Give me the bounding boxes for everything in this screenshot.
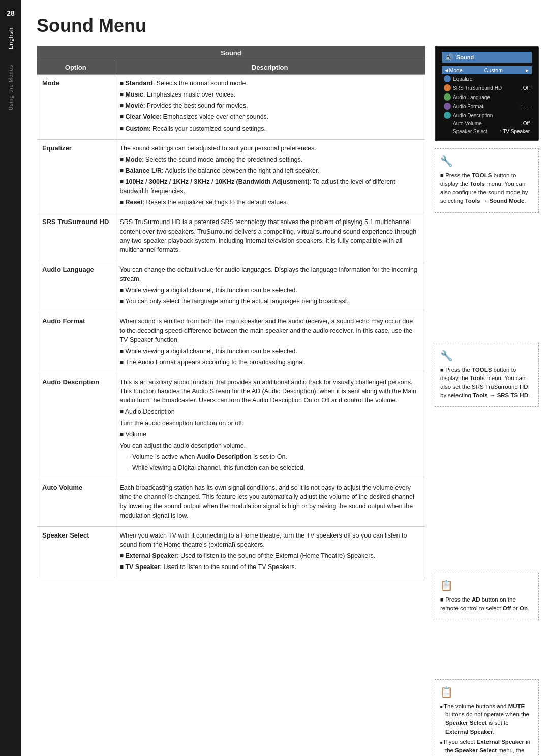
right-column: 🔊 Sound ◄Mode Custom ► EqualizerSRS TruS…	[435, 46, 539, 756]
tv-mode-row: ◄Mode Custom ►	[442, 66, 532, 74]
note-tools-mode: 🔧 ■ Press the TOOLS button to display th…	[435, 148, 539, 213]
option-cell: Audio Language	[37, 261, 114, 312]
sidebar-english-label: English	[8, 27, 14, 49]
tv-menu-row: Equalizer	[442, 74, 532, 83]
desc-text: This is an auxiliary audio function that…	[119, 377, 420, 405]
table-row: Audio DescriptionThis is an auxiliary au…	[37, 373, 425, 479]
desc-text: The sound settings can be adjusted to su…	[119, 144, 420, 153]
desc-text: When you watch TV with it connecting to …	[119, 531, 420, 549]
tv-menu-row: Auto Volume: Off	[442, 120, 532, 128]
tv-dot-icon	[444, 103, 451, 110]
page-title: Sound Menu	[37, 15, 539, 37]
desc-bullet: ■ Clear Voice: Emphasizes voice over oth…	[119, 112, 420, 121]
main-content: Sound Menu Sound Option Description Mode…	[21, 0, 549, 756]
desc-bullet: ■ While viewing a digital channel, this …	[119, 346, 420, 356]
table-row: SRS TruSurround HDSRS TruSurround HD is …	[37, 213, 425, 261]
desc-cell: SRS TruSurround HD is a patented SRS tec…	[114, 213, 425, 261]
sound-table: Sound Option Description Mode■ Standard:…	[37, 46, 425, 578]
content-area: Sound Option Description Mode■ Standard:…	[37, 46, 539, 756]
note-ad-button: 📋 ■ Press the AD button on the remote co…	[435, 573, 539, 620]
tv-menu-value: : TV Speaker	[500, 129, 530, 134]
tv-menu-row: Audio Language	[442, 92, 532, 102]
desc-text: You can change the default value for aud…	[119, 265, 420, 284]
desc-bullet: ■ TV Speaker: Used to listen to the soun…	[119, 562, 420, 572]
tv-menu-label: Speaker Select	[453, 129, 487, 134]
desc-bullet: ■ Reset: Resets the equalizer settings t…	[119, 198, 420, 207]
table-row: Audio FormatWhen sound is emitted from b…	[37, 312, 425, 373]
tv-menu-row: Audio Format: ----	[442, 102, 532, 111]
clipboard-icon-2: 📋	[440, 685, 533, 700]
tv-menu-value: : Off	[520, 121, 530, 127]
tv-menu-label: Audio Language	[453, 94, 490, 100]
desc-dash: – While viewing a Digital channel, this …	[127, 463, 420, 472]
desc-bullet: ■ Movie: Provides the best sound for mov…	[119, 101, 420, 110]
desc-cell: You can change the default value for aud…	[114, 261, 425, 312]
tv-menu-value: : ----	[520, 104, 530, 109]
desc-bullet: ■ Balance L/R: Adjusts the balance betwe…	[119, 166, 420, 175]
table-row: Speaker SelectWhen you watch TV with it …	[37, 526, 425, 578]
tv-menu-label: Audio Format	[453, 104, 483, 109]
desc-text: Each broadcasting station has its own si…	[119, 483, 420, 520]
tv-mode-arrow: ►	[525, 68, 530, 73]
desc-bullet: ■ You can only select the language among…	[119, 297, 420, 306]
desc-bullet: ■ External Speaker: Used to listen to th…	[119, 551, 420, 560]
note2-text: ■ Press the TOOLS button to display the …	[440, 366, 533, 400]
desc-cell: This is an auxiliary audio function that…	[114, 373, 425, 479]
col-option-header: Option	[37, 60, 114, 75]
note-speaker-select: 📋 The volume buttons and MUTE buttons do…	[435, 679, 539, 756]
desc-text: You can adjust the audio description vol…	[119, 441, 420, 450]
desc-bullet: ■ Audio Description	[119, 407, 420, 416]
desc-text: SRS TruSurround HD is a patented SRS tec…	[119, 217, 420, 255]
tv-menu-label: Auto Volume	[453, 121, 482, 127]
desc-text: Turn the audio description function on o…	[119, 419, 420, 428]
tv-menu-label: SRS TruSurround HD	[453, 85, 502, 91]
note1-text: ■ Press the TOOLS button to display the …	[440, 171, 533, 205]
desc-text: When sound is emitted from both the main…	[119, 317, 420, 344]
tv-dot-icon	[444, 93, 451, 101]
note-tools-srs: 🔧 ■ Press the TOOLS button to display th…	[435, 343, 539, 407]
desc-dash: – Volume is active when Audio Descriptio…	[127, 452, 420, 461]
note3-text: ■ Press the AD button on the remote cont…	[440, 595, 533, 612]
tv-header-label: Sound	[456, 54, 474, 60]
note4-list: The volume buttons and MUTE buttons do n…	[440, 702, 533, 756]
tv-mode-label: ◄Mode	[444, 67, 463, 73]
desc-cell: When you watch TV with it connecting to …	[114, 526, 425, 578]
sound-icon: 🔊	[445, 53, 453, 61]
table-row: Auto VolumeEach broadcasting station has…	[37, 479, 425, 527]
sidebar-using-label: Using the Menus	[8, 65, 14, 110]
left-column: Sound Option Description Mode■ Standard:…	[37, 46, 425, 756]
desc-bullet: ■ Standard: Selects the normal sound mod…	[119, 79, 420, 88]
desc-cell: ■ Standard: Selects the normal sound mod…	[114, 75, 425, 140]
option-cell: Mode	[37, 75, 114, 140]
tv-dot-icon	[444, 84, 451, 91]
table-row: Mode■ Standard: Selects the normal sound…	[37, 75, 425, 140]
option-cell: Speaker Select	[37, 526, 114, 578]
wrench-icon-2: 🔧	[440, 349, 533, 363]
desc-cell: Each broadcasting station has its own si…	[114, 479, 425, 527]
option-cell: SRS TruSurround HD	[37, 213, 114, 261]
note4-item2: If you select External Speaker in the Sp…	[440, 738, 533, 756]
table-row: EqualizerThe sound settings can be adjus…	[37, 139, 425, 213]
tv-menu-row: Audio Description	[442, 111, 532, 120]
desc-bullet: ■ While viewing a digital channel, this …	[119, 286, 420, 295]
option-cell: Auto Volume	[37, 479, 114, 527]
tv-mode-value: Custom	[484, 67, 503, 73]
tv-menu-row: Speaker Select: TV Speaker	[442, 128, 532, 135]
option-cell: Equalizer	[37, 139, 114, 213]
desc-bullet: ■ 100Hz / 300Hz / 1KHz / 3KHz / 10KHz (B…	[119, 177, 420, 196]
note4-item1: The volume buttons and MUTE buttons do n…	[440, 702, 533, 736]
table-row: Audio LanguageYou can change the default…	[37, 261, 425, 312]
table-header: Sound	[37, 46, 425, 60]
sidebar: 28 English Using the Menus	[0, 0, 21, 756]
desc-bullet: ■ Mode: Selects the sound mode among the…	[119, 155, 420, 164]
tv-screen: 🔊 Sound ◄Mode Custom ► EqualizerSRS TruS…	[435, 46, 539, 141]
tv-screen-header: 🔊 Sound	[442, 52, 532, 63]
tv-menu-row: SRS TruSurround HD: Off	[442, 83, 532, 92]
desc-cell: The sound settings can be adjusted to su…	[114, 139, 425, 213]
wrench-icon: 🔧	[440, 154, 533, 169]
tv-menu-value: : Off	[520, 85, 530, 91]
tv-menu-label: Equalizer	[453, 76, 474, 82]
desc-bullet: ■ The Audio Format appears according to …	[119, 358, 420, 367]
tv-dot-icon	[444, 112, 451, 119]
tv-dot-icon	[444, 75, 451, 82]
